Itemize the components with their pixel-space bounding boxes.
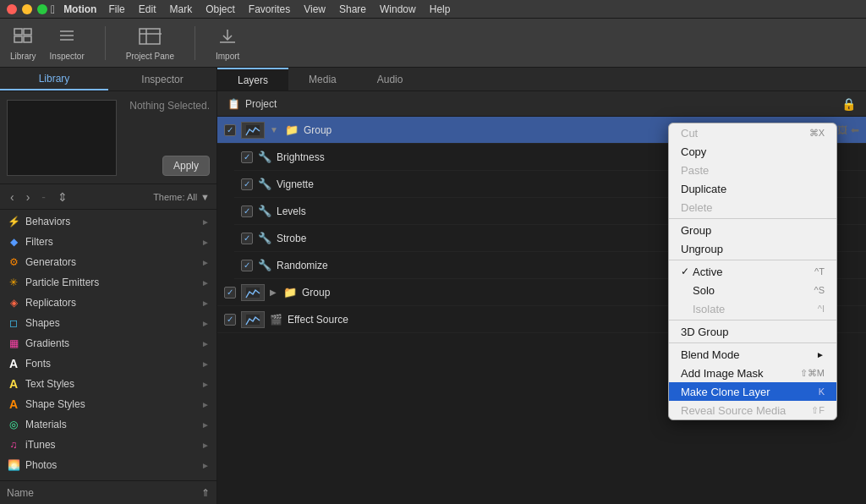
layer-checkbox-levels[interactable] bbox=[241, 205, 253, 217]
fonts-arrow-icon: ► bbox=[201, 359, 210, 369]
replicators-arrow-icon: ► bbox=[201, 299, 210, 308]
behaviors-label: Behaviors bbox=[25, 216, 196, 227]
menubar:  Motion File Edit Mark Object Favorites… bbox=[0, 0, 866, 19]
theme-chevron-icon: ▼ bbox=[200, 192, 210, 202]
replicators-icon: ◈ bbox=[7, 296, 20, 310]
library-item-photos[interactable]: 🌅 Photos ► bbox=[0, 455, 216, 475]
library-item-shape-styles[interactable]: A Shape Styles ► bbox=[0, 394, 216, 414]
project-pane-toolbar-button[interactable]: Project Pane bbox=[126, 25, 174, 61]
menu-share[interactable]: Share bbox=[334, 3, 371, 15]
library-item-gradients[interactable]: ▦ Gradients ► bbox=[0, 333, 216, 353]
ctx-reveal-source-media[interactable]: Reveal Source Media ⇧F bbox=[669, 401, 836, 419]
theme-selector[interactable]: Theme: All ▼ bbox=[153, 192, 210, 202]
ctx-ungroup[interactable]: Ungroup bbox=[669, 239, 836, 258]
preview-text: Nothing Selected. bbox=[129, 100, 210, 112]
menu-window[interactable]: Window bbox=[375, 3, 421, 15]
ctx-isolate-shortcut: ^I bbox=[818, 304, 825, 314]
tab-audio[interactable]: Audio bbox=[357, 68, 424, 90]
import-toolbar-button[interactable]: Import bbox=[216, 25, 239, 61]
library-item-behaviors[interactable]: ⚡ Behaviors ► bbox=[0, 211, 216, 232]
menu-file[interactable]: File bbox=[103, 3, 129, 15]
library-item-shapes[interactable]: ◻ Shapes ► bbox=[0, 313, 216, 333]
group1-expand-icon[interactable]: ▼ bbox=[270, 125, 278, 134]
generators-icon: ⚙ bbox=[7, 255, 20, 269]
ctx-solo[interactable]: ✓ Solo ^S bbox=[669, 281, 836, 299]
ctx-3d-group[interactable]: 3D Group bbox=[669, 322, 836, 341]
name-bar-collapse-icon[interactable]: ⇑ bbox=[201, 487, 210, 499]
library-toolbar-button[interactable]: Library bbox=[10, 25, 36, 61]
nav-forward-button[interactable]: › bbox=[23, 189, 34, 205]
ctrl-icon-2[interactable]: 🖼 bbox=[837, 124, 847, 136]
tab-library[interactable]: Library bbox=[0, 68, 108, 90]
layer-checkbox-vignette[interactable] bbox=[241, 178, 253, 190]
apply-button[interactable]: Apply bbox=[162, 156, 210, 176]
ctx-blend-mode[interactable]: Blend Mode ► bbox=[669, 345, 836, 364]
tab-layers[interactable]: Layers bbox=[217, 68, 288, 90]
layer-checkbox-effect-source[interactable] bbox=[224, 314, 236, 326]
layer-checkbox-strobe[interactable] bbox=[241, 233, 253, 244]
ctx-active[interactable]: ✓ Active ^T bbox=[669, 262, 836, 281]
project-bar-left: 📋 Project bbox=[227, 98, 277, 110]
ctx-add-image-mask-label: Add Image Mask bbox=[681, 367, 764, 380]
svg-rect-2 bbox=[14, 36, 22, 42]
menu-mark[interactable]: Mark bbox=[164, 3, 197, 15]
ctx-add-image-mask[interactable]: Add Image Mask ⇧⌘M bbox=[669, 364, 836, 382]
ctx-delete-label: Delete bbox=[681, 201, 713, 214]
ctx-duplicate[interactable]: Duplicate bbox=[669, 179, 836, 198]
ctx-make-clone-layer[interactable]: Make Clone Layer K bbox=[669, 382, 836, 401]
effect-source-icon: 🎬 bbox=[270, 314, 282, 326]
app-name[interactable]: Motion bbox=[63, 3, 96, 15]
library-item-materials[interactable]: ◎ Materials ► bbox=[0, 414, 216, 435]
left-tab-bar: Library Inspector bbox=[0, 68, 216, 91]
ctx-cut[interactable]: Cut ⌘X bbox=[669, 123, 836, 142]
layer-checkbox-brightness[interactable] bbox=[241, 151, 253, 163]
apple-menu[interactable]:  bbox=[51, 3, 55, 16]
menu-favorites[interactable]: Favorites bbox=[244, 3, 295, 15]
layer-checkbox-group2[interactable] bbox=[224, 287, 236, 299]
particle-emitters-arrow-icon: ► bbox=[201, 278, 210, 288]
library-item-generators[interactable]: ⚙ Generators ► bbox=[0, 252, 216, 272]
menu-help[interactable]: Help bbox=[425, 3, 456, 15]
layer-checkbox-randomize[interactable] bbox=[241, 260, 253, 271]
layer-checkbox-group1[interactable] bbox=[224, 124, 236, 136]
preview-thumbnail bbox=[7, 100, 117, 176]
inspector-label: Inspector bbox=[50, 52, 85, 61]
shape-styles-arrow-icon: ► bbox=[201, 400, 210, 409]
itunes-icon: ♫ bbox=[7, 438, 20, 452]
ctx-isolate[interactable]: ✓ Isolate ^I bbox=[669, 299, 836, 318]
menu-edit[interactable]: Edit bbox=[134, 3, 162, 15]
ctx-solo-label: Solo bbox=[693, 284, 715, 297]
library-item-itunes[interactable]: ♫ iTunes ► bbox=[0, 435, 216, 455]
tab-media[interactable]: Media bbox=[288, 68, 357, 90]
group2-expand-icon[interactable]: ▶ bbox=[270, 288, 277, 297]
library-item-replicators[interactable]: ◈ Replicators ► bbox=[0, 293, 216, 313]
inspector-toolbar-button[interactable]: Inspector bbox=[50, 25, 85, 61]
levels-icon: 🔧 bbox=[258, 205, 271, 217]
ctrl-icon-3[interactable]: ⬅ bbox=[851, 124, 859, 136]
nav-back-button[interactable]: ‹ bbox=[7, 189, 18, 205]
menu-view[interactable]: View bbox=[299, 3, 331, 15]
project-lock-icon: 🔒 bbox=[841, 97, 856, 111]
gradients-label: Gradients bbox=[25, 337, 196, 349]
ctx-reveal-source-media-shortcut: ⇧F bbox=[811, 405, 825, 416]
tab-inspector[interactable]: Inspector bbox=[108, 68, 216, 90]
ctx-delete[interactable]: Delete bbox=[669, 198, 836, 216]
minimize-button[interactable] bbox=[22, 4, 32, 14]
ctx-copy[interactable]: Copy bbox=[669, 142, 836, 161]
svg-rect-1 bbox=[24, 29, 31, 35]
fullscreen-button[interactable] bbox=[37, 4, 47, 14]
menu-object[interactable]: Object bbox=[200, 3, 240, 15]
library-item-particle-emitters[interactable]: ✳ Particle Emitters ► bbox=[0, 272, 216, 293]
close-button[interactable] bbox=[7, 4, 17, 14]
ctx-separator-4 bbox=[669, 342, 836, 343]
ctx-group[interactable]: Group bbox=[669, 221, 836, 239]
name-bar: Name ⇑ bbox=[0, 480, 216, 504]
library-item-filters[interactable]: ◆ Filters ► bbox=[0, 232, 216, 252]
ctx-paste[interactable]: Paste bbox=[669, 161, 836, 179]
library-item-text-styles[interactable]: A Text Styles ► bbox=[0, 374, 216, 394]
filters-label: Filters bbox=[25, 236, 196, 248]
library-icon bbox=[11, 25, 35, 48]
library-item-fonts[interactable]: A Fonts ► bbox=[0, 353, 216, 374]
ctx-blend-mode-label: Blend Mode bbox=[681, 348, 739, 361]
nav-up-button[interactable]: ⇕ bbox=[54, 189, 71, 205]
